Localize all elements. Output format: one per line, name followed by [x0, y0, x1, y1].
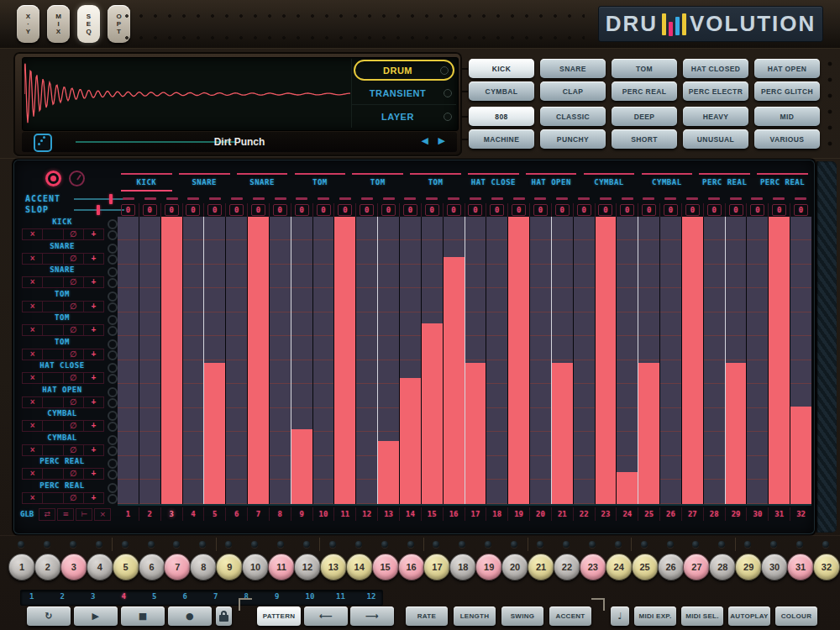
track-state-ring-icon[interactable]	[108, 387, 118, 397]
pattern-number-12[interactable]: 12	[367, 592, 376, 601]
accent-slider[interactable]	[74, 198, 124, 200]
accent-dash-cell[interactable]	[400, 196, 422, 201]
accent-dash-cell[interactable]	[270, 196, 291, 201]
velocity-bar[interactable]	[508, 217, 529, 504]
velocity-bar[interactable]	[465, 363, 486, 504]
track-state-ring-icon[interactable]	[108, 278, 118, 288]
grid-step-14[interactable]	[400, 217, 422, 504]
grid-step-2[interactable]	[139, 217, 161, 504]
grid-step-32[interactable]	[790, 217, 811, 504]
pattern-button[interactable]: PATTERN	[257, 606, 301, 626]
velocity-bar[interactable]	[726, 363, 747, 504]
step-button-14[interactable]: 14	[346, 554, 373, 580]
empty-cell[interactable]	[42, 469, 62, 479]
accent-dash-cell[interactable]	[421, 196, 443, 201]
track-state-ring-icon[interactable]	[108, 494, 118, 504]
track-name[interactable]: SNARE	[20, 265, 104, 274]
tab-radio-icon[interactable]	[444, 113, 452, 121]
column-header-8[interactable]: CYMBAL	[580, 173, 638, 192]
accent-dash-cell[interactable]	[443, 196, 465, 201]
category-button-808[interactable]: 808	[469, 107, 534, 126]
list-icon[interactable]: ≡	[57, 508, 74, 521]
category-button-punchy[interactable]: PUNCHY	[540, 129, 606, 149]
velocity-bar[interactable]	[769, 217, 790, 504]
track-state-ring-icon[interactable]	[108, 422, 118, 432]
grid-step-26[interactable]	[660, 217, 682, 504]
category-button-hat-open[interactable]: HAT OPEN	[754, 59, 820, 78]
track-state-ring-icon[interactable]	[108, 326, 118, 336]
slop-cell[interactable]: 0	[638, 203, 659, 217]
step-button-6[interactable]: 6	[139, 554, 165, 580]
column-header-9[interactable]: CYMBAL	[638, 173, 696, 192]
velocity-bar[interactable]	[204, 363, 225, 504]
mute-icon[interactable]: ∅	[63, 421, 83, 431]
step-button-10[interactable]: 10	[242, 554, 269, 580]
delete-icon[interactable]: ×	[23, 373, 42, 383]
track-state-ring-icon[interactable]	[108, 244, 118, 254]
pattern-number-6[interactable]: 6	[183, 592, 187, 601]
grid-step-4[interactable]	[183, 217, 205, 504]
mute-icon[interactable]: ∅	[63, 229, 83, 239]
empty-cell[interactable]	[42, 229, 62, 239]
column-header-0[interactable]: KICK	[118, 173, 176, 192]
empty-cell[interactable]	[42, 302, 62, 312]
category-button-cymbal[interactable]: CYMBAL	[469, 81, 534, 101]
slop-cell[interactable]: 0	[269, 203, 291, 217]
slop-cell[interactable]: 0	[355, 203, 377, 217]
clear-icon[interactable]: ×	[94, 508, 111, 521]
add-icon[interactable]: +	[83, 229, 103, 239]
empty-cell[interactable]	[42, 373, 62, 383]
accent-button[interactable]: ACCENT	[549, 606, 591, 626]
step-button-7[interactable]: 7	[164, 554, 191, 580]
slop-cell[interactable]: 0	[399, 203, 421, 217]
grid-step-30[interactable]	[747, 217, 769, 504]
step-button-17[interactable]: 17	[423, 554, 450, 580]
accent-dash-cell[interactable]	[551, 196, 573, 201]
loop-button[interactable]: ↻	[27, 606, 71, 626]
mute-icon[interactable]: ∅	[63, 302, 83, 312]
empty-cell[interactable]	[42, 421, 62, 431]
delete-icon[interactable]: ×	[23, 277, 42, 287]
grid-step-7[interactable]	[248, 217, 270, 504]
preset-name[interactable]: Dirt Punch	[22, 136, 457, 148]
step-button-23[interactable]: 23	[580, 554, 606, 580]
accent-dash-cell[interactable]	[768, 196, 790, 201]
slop-slider-handle[interactable]	[97, 205, 100, 215]
grid-step-13[interactable]	[378, 217, 400, 504]
step-button-21[interactable]: 21	[528, 554, 554, 580]
grid-step-6[interactable]	[226, 217, 248, 504]
track-name[interactable]: CYMBAL	[20, 433, 104, 442]
step-button-29[interactable]: 29	[735, 554, 762, 580]
accent-dash-cell[interactable]	[356, 196, 378, 201]
category-button-mid[interactable]: MID	[754, 107, 820, 126]
tab-transient[interactable]: TRANSIENT	[352, 81, 456, 105]
autoplay-button[interactable]: AUTOPLAY	[728, 606, 770, 626]
step-button-9[interactable]: 9	[216, 554, 243, 580]
empty-cell[interactable]	[42, 349, 62, 360]
accent-dash-cell[interactable]	[226, 196, 248, 201]
slop-cell[interactable]: 0	[443, 203, 465, 217]
pattern-number-4[interactable]: 4	[122, 592, 126, 601]
step-button-22[interactable]: 22	[554, 554, 580, 580]
preset-next-button[interactable]: ▶	[438, 135, 445, 146]
length-button[interactable]: LENGTH	[454, 606, 496, 626]
track-name[interactable]: PERC REAL	[20, 457, 104, 465]
column-header-5[interactable]: TOM	[407, 173, 465, 192]
delete-icon[interactable]: ×	[23, 493, 42, 503]
delete-icon[interactable]: ×	[23, 397, 42, 407]
track-state-ring-icon[interactable]	[108, 374, 118, 384]
note-button[interactable]: ♩	[611, 606, 629, 626]
category-button-classic[interactable]: CLASSIC	[540, 107, 606, 126]
slop-cell[interactable]: 0	[529, 203, 551, 217]
accent-dash-cell[interactable]	[681, 196, 703, 201]
grid-step-3[interactable]	[161, 217, 183, 504]
category-button-unusual[interactable]: UNUSUAL	[683, 129, 748, 149]
pattern-number-2[interactable]: 2	[60, 592, 65, 601]
track-name[interactable]: TOM	[20, 313, 104, 322]
category-button-short[interactable]: SHORT	[612, 129, 677, 149]
mute-icon[interactable]: ∅	[63, 254, 83, 264]
slop-cell[interactable]: 0	[182, 203, 204, 217]
track-state-ring-icon[interactable]	[108, 267, 118, 277]
slop-cell[interactable]: 0	[421, 203, 443, 217]
midi-exp-button[interactable]: MIDI EXP.	[634, 606, 676, 626]
